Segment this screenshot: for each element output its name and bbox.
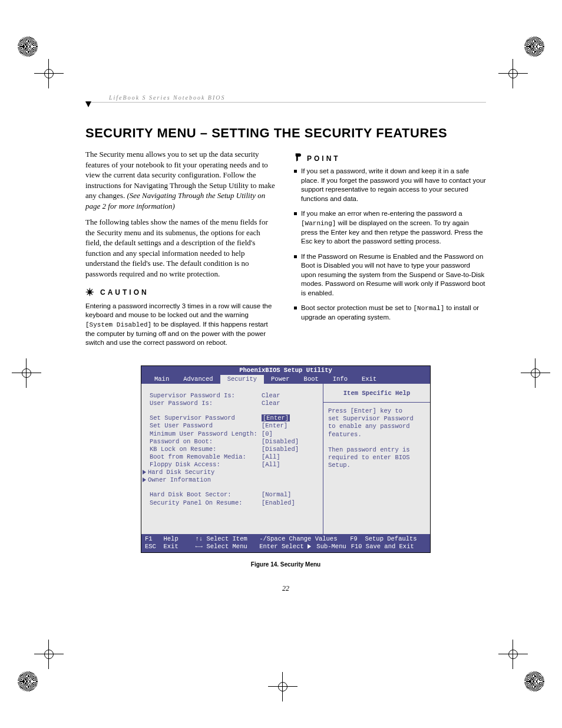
triangle-right-icon: [308, 544, 311, 549]
point-label: POINT: [307, 154, 340, 163]
crop-mark: [34, 59, 64, 88]
bios-field-row[interactable]: Owner Information: [150, 476, 318, 484]
bios-field-row[interactable]: User Password Is:Clear: [150, 400, 318, 407]
intro-paragraph-1: The Security menu allows you to set up t…: [85, 149, 277, 211]
bios-field-label: Security Panel On Resume:: [150, 499, 262, 507]
intro-paragraph-2: The following tables show the names of t…: [85, 217, 277, 279]
bios-tab-info[interactable]: Info: [326, 375, 355, 384]
crop-mark: [498, 59, 528, 88]
print-mark: [524, 671, 544, 691]
bios-footer: F1 Help ↑↓ Select Item -/Space Change Va…: [141, 534, 430, 552]
bios-tab-boot[interactable]: Boot: [297, 375, 326, 384]
crop-mark: [12, 358, 41, 388]
bios-tab-exit[interactable]: Exit: [355, 375, 384, 384]
print-mark: [18, 671, 38, 691]
bios-field-value: Clear: [262, 392, 280, 400]
page-title: SECURITY MENU – SETTING THE SECURITY FEA…: [85, 126, 486, 141]
triangle-right-icon: [143, 470, 146, 475]
bios-field-row[interactable]: Security Panel On Resume:[Enabled]: [150, 499, 318, 507]
point-item: Boot sector protection must be set to [N…: [294, 304, 486, 322]
figure-caption: Figure 14. Security Menu: [141, 561, 431, 568]
bios-field-value: [Disabled]: [262, 446, 299, 453]
bios-field-row[interactable]: Password on Boot:[Disabled]: [150, 438, 318, 446]
bios-field-value: [Disabled]: [262, 438, 299, 446]
bios-key-esc: ESC: [145, 543, 164, 551]
triangle-right-icon: [143, 477, 146, 482]
bios-field-row[interactable]: Minimum User Password Length:[0]: [150, 430, 318, 438]
bios-tab-power[interactable]: Power: [264, 375, 297, 384]
crop-mark: [34, 640, 64, 669]
caution-icon: ✴: [85, 285, 97, 299]
bios-tab-security[interactable]: Security: [220, 375, 264, 384]
bios-field-row[interactable]: Set Supervisor Password[Enter]: [150, 414, 318, 422]
crop-mark: [521, 358, 550, 388]
bios-field-row[interactable]: KB Lock on Resume:[Disabled]: [150, 446, 318, 453]
bios-field-row[interactable]: Boot from Removable Media:[All]: [150, 453, 318, 461]
bios-field-label: Hard Disk Boot Sector:: [150, 491, 262, 499]
bios-field-row[interactable]: Hard Disk Boot Sector:[Normal]: [150, 491, 318, 499]
bios-field-value: [Enter]: [262, 422, 287, 430]
caution-text-pre: Entering a password incorrectly 3 times …: [85, 302, 272, 319]
bios-tab-main[interactable]: Main: [147, 375, 176, 384]
bios-field-label: Boot from Removable Media:: [150, 453, 262, 461]
print-mark: [524, 37, 544, 57]
point-item: If you set a password, write it down and…: [294, 167, 486, 203]
bios-field-value: [Normal]: [262, 491, 291, 499]
bios-field-label: Set Supervisor Password: [150, 414, 262, 422]
bios-field-row[interactable]: Hard Disk Security: [150, 469, 318, 476]
bios-field-label: User Password Is:: [150, 400, 262, 407]
bios-field-label: Floppy Disk Access:: [150, 461, 262, 469]
bios-tab-bar: Main Advanced Security Power Boot Info E…: [141, 375, 430, 384]
bios-key-f1: F1: [145, 535, 164, 543]
point-item: If you make an error when re-entering th…: [294, 209, 486, 246]
caution-body: Entering a password incorrectly 3 times …: [85, 302, 277, 348]
print-mark: [18, 37, 38, 57]
bios-field-label: Supervisor Password Is:: [150, 392, 262, 400]
bios-field-label: Set User Password: [150, 422, 262, 430]
bios-field-value: [Enter]: [262, 414, 290, 422]
bios-field-label: KB Lock on Resume:: [150, 446, 262, 453]
point-heading: POINT: [294, 153, 486, 164]
bios-screenshot: PhoenixBIOS Setup Utility Main Advanced …: [141, 365, 431, 554]
crop-mark: [498, 640, 528, 669]
bios-field-row[interactable]: Set User Password[Enter]: [150, 422, 318, 430]
bios-field-label: Minimum User Password Length:: [150, 430, 262, 438]
point-item: If the Password on Resume is Enabled and…: [294, 252, 486, 298]
page-number: 22: [85, 584, 486, 593]
bios-field-label: Owner Information: [143, 476, 254, 484]
bios-field-value: Clear: [262, 400, 280, 407]
header-rule: [85, 102, 486, 108]
caution-label: CAUTION: [100, 288, 149, 297]
caution-heading: ✴ CAUTION: [85, 285, 277, 299]
bios-fields: Supervisor Password Is:ClearUser Passwor…: [141, 384, 323, 534]
bios-help-panel: Item Specific Help Press [Enter] key tos…: [323, 384, 430, 534]
bios-field-row[interactable]: Floppy Disk Access:[All]: [150, 461, 318, 469]
bios-field-label: Hard Disk Security: [143, 469, 254, 476]
crop-mark: [268, 672, 297, 701]
bios-field-value: [All]: [262, 461, 280, 469]
point-icon: [294, 153, 303, 164]
bios-title: PhoenixBIOS Setup Utility: [141, 366, 430, 375]
bios-tab-advanced[interactable]: Advanced: [176, 375, 220, 384]
bios-field-row[interactable]: Supervisor Password Is:Clear: [150, 392, 318, 400]
point-list: If you set a password, write it down and…: [294, 167, 486, 322]
bios-field-value: [All]: [262, 453, 280, 461]
running-header: LifeBook S Series Notebook BIOS: [109, 94, 486, 101]
bios-help-body: Press [Enter] key toset Supervisor Passw…: [328, 407, 425, 469]
bios-help-title: Item Specific Help: [328, 390, 425, 397]
bios-field-label: Password on Boot:: [150, 438, 262, 446]
bios-field-value: [Enabled]: [262, 499, 295, 507]
caution-code: [System Disabled]: [85, 321, 151, 328]
bios-field-value: [0]: [262, 430, 273, 438]
